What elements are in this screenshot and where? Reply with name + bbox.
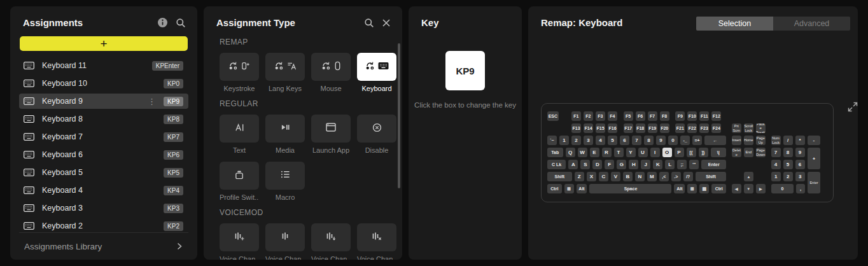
kbd-key-m[interactable]: M <box>647 172 657 181</box>
key-box[interactable]: KP9 <box>445 51 485 90</box>
kbd-key-alt[interactable]: Alt <box>674 184 685 193</box>
kbd-key-6[interactable]: 6 <box>795 160 805 169</box>
type-tile-disable[interactable] <box>357 115 396 143</box>
kbd-key-shift[interactable]: Shift <box>547 172 572 181</box>
kbd-key-z[interactable]: Z <box>575 172 584 181</box>
list-item-keyboard-6[interactable]: Keyboard 6KP6 <box>19 147 188 162</box>
kbd-key-pause-break[interactable]: Pause Break <box>756 123 766 133</box>
kbd-key-blank[interactable]: -_ <box>680 136 690 145</box>
kbd-key-ctrl[interactable]: Ctrl <box>711 184 726 193</box>
kbd-key-delete[interactable]: Delete <box>732 148 741 157</box>
type-tile-keystroke[interactable] <box>220 53 259 81</box>
kbd-key-f15[interactable]: F15 <box>596 123 605 133</box>
kbd-key-d[interactable]: D <box>592 160 602 169</box>
kbd-key-blank[interactable]: - <box>808 136 821 145</box>
kbd-key-4[interactable]: 4 <box>596 136 605 145</box>
type-tile-keyboard[interactable] <box>357 53 396 81</box>
kbd-key-f3[interactable]: F3 <box>596 111 605 121</box>
kbd-key-blank[interactable]: ← <box>704 136 726 145</box>
kebab-menu-icon[interactable]: ⋮ <box>148 97 156 106</box>
kbd-key-v[interactable]: V <box>611 172 620 181</box>
kbd-key-blank[interactable]: `~ <box>547 136 557 145</box>
add-assignment-button[interactable]: + <box>20 36 188 51</box>
kbd-key-a[interactable]: A <box>568 160 578 169</box>
kbd-key-5[interactable]: 5 <box>783 160 793 169</box>
close-icon[interactable] <box>382 18 391 27</box>
kbd-key-5[interactable]: 5 <box>608 136 617 145</box>
kbd-key-f14[interactable]: F14 <box>584 123 593 133</box>
kbd-key-f23[interactable]: F23 <box>699 123 709 133</box>
kbd-key-p[interactable]: P <box>675 148 684 157</box>
type-tile-voice-chan[interactable] <box>220 223 259 251</box>
info-icon[interactable] <box>157 17 168 28</box>
kbd-key-scroll-lock[interactable]: Scroll Lock <box>744 123 753 133</box>
kbd-key-tab[interactable]: Tab <box>547 148 563 157</box>
type-tile-media[interactable] <box>265 115 305 143</box>
search-icon[interactable] <box>176 18 186 28</box>
kbd-key-f21[interactable]: F21 <box>675 123 685 133</box>
kbd-key-blank[interactable]: ,< <box>659 172 669 181</box>
kbd-key-f8[interactable]: F8 <box>660 111 669 121</box>
kbd-key-1[interactable]: 1 <box>559 136 569 145</box>
list-item-keyboard-7[interactable]: Keyboard 7KP7 <box>19 129 188 144</box>
kbd-key-blank[interactable]: + <box>808 148 821 169</box>
type-tile-voice-chan[interactable] <box>311 223 351 251</box>
type-tile-lang-keys[interactable] <box>265 53 305 81</box>
kbd-key-i[interactable]: I <box>650 148 660 157</box>
kbd-key-f[interactable]: F <box>605 160 614 169</box>
kbd-key-2[interactable]: 2 <box>571 136 581 145</box>
type-tile-macro[interactable] <box>265 162 305 190</box>
kbd-key-0[interactable]: 0 <box>668 136 678 145</box>
kbd-key-blank[interactable]: ▶ <box>756 184 766 193</box>
kbd-key-blank[interactable]: '" <box>689 160 699 169</box>
kbd-key-blank[interactable]: =+ <box>692 136 702 145</box>
list-item-keyboard-8[interactable]: Keyboard 8KP8 <box>19 111 188 127</box>
kbd-key-q[interactable]: Q <box>566 148 575 157</box>
kbd-key-f19[interactable]: F19 <box>648 123 657 133</box>
kbd-key-blank[interactable]: \| <box>711 148 727 157</box>
kbd-key-blank[interactable]: , <box>796 184 804 193</box>
kbd-key-7[interactable]: 7 <box>632 136 641 145</box>
kbd-key-f12[interactable]: F12 <box>711 111 721 121</box>
list-item-keyboard-11[interactable]: Keyboard 11KPEnter <box>19 58 188 73</box>
kbd-key-blank[interactable]: ◀ <box>732 184 741 193</box>
list-item-keyboard-4[interactable]: Keyboard 4KP4 <box>19 183 188 198</box>
scrollbar-thumb[interactable] <box>398 43 400 188</box>
kbd-key-blank[interactable]: ⊞ <box>564 184 574 193</box>
kbd-key-8[interactable]: 8 <box>783 148 793 157</box>
kbd-key-shift[interactable]: Shift <box>696 172 726 181</box>
type-tile-mouse[interactable] <box>311 53 351 81</box>
kbd-key-end[interactable]: End <box>744 148 753 157</box>
kbd-key-2[interactable]: 2 <box>783 172 793 181</box>
kbd-key-blank[interactable]: /? <box>683 172 693 181</box>
kbd-key-f17[interactable]: F17 <box>624 123 633 133</box>
kbd-key-page-down[interactable]: Page Down <box>756 148 766 157</box>
kbd-key-c[interactable]: C <box>599 172 608 181</box>
kbd-key-w[interactable]: W <box>578 148 587 157</box>
list-item-keyboard-3[interactable]: Keyboard 3KP3 <box>19 200 188 216</box>
kbd-key-prt-scrn[interactable]: Prt Scrn <box>732 123 741 133</box>
kbd-key-f10[interactable]: F10 <box>687 111 697 121</box>
kbd-key-0[interactable]: 0 <box>771 184 794 193</box>
kbd-key-space[interactable]: Space <box>589 184 671 193</box>
expand-icon[interactable] <box>848 102 858 112</box>
kbd-key-o[interactable]: O <box>662 148 672 157</box>
type-tile-launch-app[interactable] <box>311 115 351 143</box>
kbd-key-8[interactable]: 8 <box>644 136 654 145</box>
kbd-key-alt[interactable]: Alt <box>577 184 587 193</box>
kbd-key-f24[interactable]: F24 <box>711 123 721 133</box>
kbd-key-h[interactable]: H <box>629 160 638 169</box>
kbd-key-b[interactable]: B <box>623 172 633 181</box>
kbd-key-enter[interactable]: Enter <box>701 160 726 169</box>
kbd-key-blank[interactable]: ]} <box>699 148 708 157</box>
kbd-key-c-lk[interactable]: C Lk <box>547 160 566 169</box>
type-tile-voice-chan[interactable] <box>357 223 396 251</box>
kbd-key-s[interactable]: S <box>580 160 590 169</box>
kbd-key-f20[interactable]: F20 <box>660 123 669 133</box>
list-item-keyboard-10[interactable]: Keyboard 10KP0 <box>19 76 188 91</box>
kbd-key-r[interactable]: R <box>602 148 612 157</box>
kbd-key-f18[interactable]: F18 <box>636 123 645 133</box>
kbd-key-3[interactable]: 3 <box>584 136 593 145</box>
kbd-key-f7[interactable]: F7 <box>648 111 657 121</box>
kbd-key-ctrl[interactable]: Ctrl <box>547 184 562 193</box>
